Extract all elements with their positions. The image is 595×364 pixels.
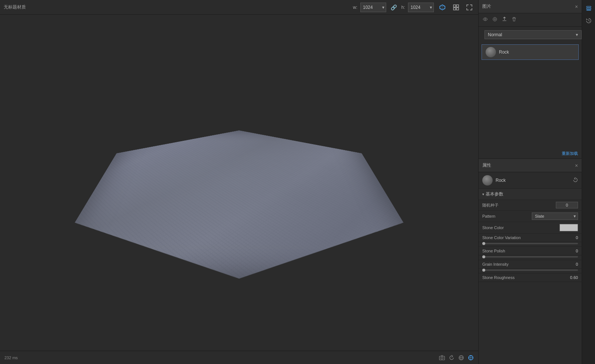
props-panel: 属性 × Rock ▾ 基本参数 随机种子 Pattern xyxy=(479,159,582,364)
width-label: w: xyxy=(353,5,357,10)
stone-polish-slider-row xyxy=(479,255,582,260)
stone-color-variation-track[interactable] xyxy=(482,243,578,244)
props-node-row: Rock xyxy=(479,172,582,189)
render-time: 232 ms xyxy=(4,356,18,360)
stone-plane-mesh xyxy=(41,130,437,278)
right-sidebar: 图片 × xyxy=(478,0,582,364)
stone-color-swatch[interactable] xyxy=(560,224,578,231)
top-panel: 图片 × xyxy=(479,0,582,159)
reset-icon xyxy=(573,177,578,183)
top-panel-actions xyxy=(479,13,582,27)
svg-rect-0 xyxy=(453,5,456,7)
svg-rect-13 xyxy=(586,8,591,9)
stone-color-variation-slider-row xyxy=(479,242,582,247)
grid-icon xyxy=(453,4,459,10)
top-panel-title: 图片 xyxy=(482,3,491,10)
svg-point-8 xyxy=(470,357,472,358)
eye-icon xyxy=(483,17,488,22)
stone-color-label: Stone Color xyxy=(482,225,557,230)
svg-point-10 xyxy=(493,17,497,21)
grain-intensity-track[interactable] xyxy=(482,269,578,271)
spin-icon xyxy=(468,355,474,361)
upload-button[interactable] xyxy=(501,16,508,24)
cube-view-button[interactable] xyxy=(437,3,448,12)
pattern-label: Pattern xyxy=(482,214,529,218)
stone-color-variation-thumb[interactable] xyxy=(482,242,485,245)
stone-roughness-row: Stone Roughness 0.60 xyxy=(479,273,582,282)
globe-icon xyxy=(458,355,464,361)
props-node-name: Rock xyxy=(496,178,570,183)
stone-color-row: Stone Color xyxy=(479,222,582,234)
mode-select[interactable]: Normal Multiply Screen Overlay xyxy=(484,30,582,39)
stone-polish-track[interactable] xyxy=(482,256,578,258)
svg-point-11 xyxy=(494,18,496,20)
status-bar: 232 ms xyxy=(0,351,478,364)
upload-icon xyxy=(502,17,507,22)
refresh-button[interactable] xyxy=(449,355,455,361)
stone-polish-value: 0 xyxy=(567,249,578,253)
random-seed-row: 随机种子 xyxy=(479,200,582,211)
camera-icon xyxy=(439,355,445,361)
app-title: 无标题材质 xyxy=(4,4,26,10)
svg-point-9 xyxy=(484,18,486,20)
viewport[interactable] xyxy=(0,15,478,351)
layer-item[interactable]: Rock xyxy=(482,44,579,60)
globe-button[interactable] xyxy=(458,355,464,361)
trash-button[interactable] xyxy=(510,16,518,24)
svg-rect-14 xyxy=(586,10,591,10)
top-panel-header: 图片 × xyxy=(479,0,582,13)
width-select[interactable]: 1024 512 2048 4096 xyxy=(360,3,386,12)
props-reset-button[interactable] xyxy=(573,177,578,184)
circle-button[interactable] xyxy=(491,16,499,24)
far-right-toolbar xyxy=(582,0,595,364)
mode-select-container: Normal Multiply Screen Overlay xyxy=(479,27,582,43)
status-icons xyxy=(439,355,474,361)
history-icon xyxy=(586,18,592,24)
eye-button[interactable] xyxy=(482,16,489,24)
top-toolbar: 无标题材质 w: 1024 512 2048 4096 🔗 h: 1024 51… xyxy=(0,0,478,15)
cube-icon xyxy=(439,4,446,11)
pattern-row: Pattern Slate Granite Marble Sandstone xyxy=(479,211,582,222)
camera-button[interactable] xyxy=(439,355,445,361)
stone-roughness-value: 0.60 xyxy=(567,275,578,280)
mode-select-wrapper: Normal Multiply Screen Overlay xyxy=(484,30,582,39)
svg-rect-12 xyxy=(586,6,591,7)
far-right-history-button[interactable] xyxy=(584,16,594,26)
lock-icon[interactable]: 🔗 xyxy=(389,4,398,11)
svg-point-5 xyxy=(441,357,443,359)
layer-name: Rock xyxy=(499,50,509,55)
layer-thumbnail xyxy=(486,47,496,57)
spin-button[interactable] xyxy=(468,355,474,361)
basic-params-title: 基本参数 xyxy=(486,191,503,197)
grain-intensity-slider-row xyxy=(479,269,582,273)
height-label: h: xyxy=(401,5,405,10)
stone-polish-thumb[interactable] xyxy=(482,255,485,258)
stone-polish-label: Stone Polish xyxy=(482,249,564,253)
trash-icon xyxy=(511,17,517,22)
section-arrow-icon: ▾ xyxy=(482,192,484,196)
props-panel-close-button[interactable]: × xyxy=(575,163,578,169)
expand-icon xyxy=(466,4,472,10)
random-seed-input[interactable] xyxy=(556,202,578,208)
reload-link[interactable]: 重新加载 xyxy=(479,149,582,159)
basic-params-section[interactable]: ▾ 基本参数 xyxy=(479,189,582,200)
width-select-wrapper: 1024 512 2048 4096 xyxy=(360,3,386,12)
top-panel-close-button[interactable]: × xyxy=(575,4,578,10)
stone-roughness-label: Stone Roughness xyxy=(482,275,564,280)
props-node-thumbnail xyxy=(482,175,493,186)
far-right-layers-button[interactable] xyxy=(584,3,594,13)
props-panel-header: 属性 × xyxy=(479,159,582,172)
props-panel-title: 属性 xyxy=(482,162,491,169)
grain-intensity-value: 0 xyxy=(567,262,578,266)
stone-color-variation-row: Stone Color Variation 0 xyxy=(479,234,582,242)
height-select-wrapper: 1024 512 2048 4096 xyxy=(408,3,434,12)
layers-icon xyxy=(586,5,592,11)
expand-button[interactable] xyxy=(464,3,475,11)
stone-color-variation-value: 0 xyxy=(567,235,578,240)
grain-intensity-row: Grain Intensity 0 xyxy=(479,260,582,269)
grid-view-button[interactable] xyxy=(451,3,461,11)
grain-intensity-thumb[interactable] xyxy=(482,269,485,272)
pattern-select[interactable]: Slate Granite Marble Sandstone xyxy=(532,212,578,220)
random-seed-label: 随机种子 xyxy=(482,203,553,208)
height-select[interactable]: 1024 512 2048 4096 xyxy=(408,3,434,12)
